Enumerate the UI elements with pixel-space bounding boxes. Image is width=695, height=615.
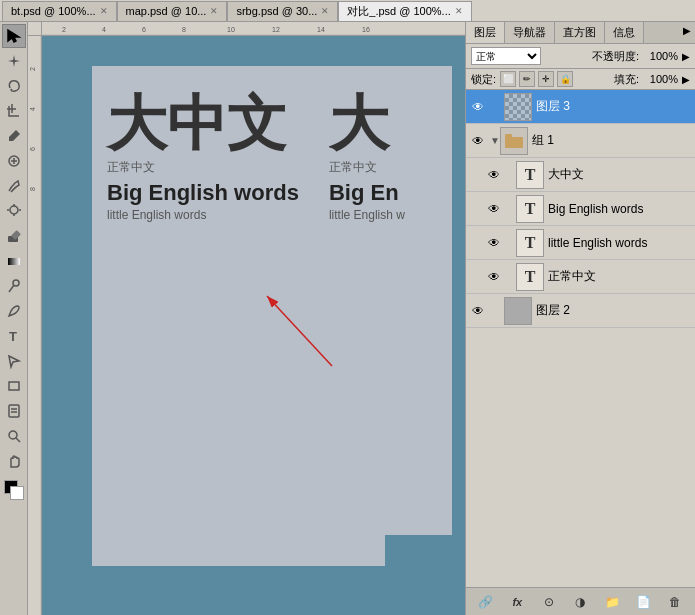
link-layers-btn[interactable]: 🔗 — [476, 592, 496, 612]
layer-item-layer2[interactable]: 👁 图层 2 — [466, 294, 695, 328]
adjustment-btn[interactable]: ◑ — [570, 592, 590, 612]
tab-bt-label: bt.psd @ 100%... — [11, 5, 96, 17]
lasso-tool[interactable] — [2, 74, 26, 98]
tab-bt-close[interactable]: ✕ — [100, 6, 108, 16]
layer-item-en-big[interactable]: 👁 T Big English words — [466, 192, 695, 226]
right-panel: 图层 导航器 直方图 信息 ▶ 正常 不透明度: 100% ▶ — [465, 22, 695, 615]
fill-label: 填充: — [614, 72, 639, 87]
en-big-eye[interactable]: 👁 — [486, 201, 502, 217]
tab-info-label: 信息 — [613, 26, 635, 38]
zoom-tool[interactable] — [2, 424, 26, 448]
blend-mode-select[interactable]: 正常 — [471, 47, 541, 65]
lock-pixel-btn[interactable]: ✏ — [519, 71, 535, 87]
svg-text:10: 10 — [227, 26, 235, 33]
cn-normal-eye[interactable]: 👁 — [486, 269, 502, 285]
tab-navigator[interactable]: 导航器 — [505, 22, 555, 43]
cn-normal-name: 正常中文 — [548, 268, 691, 285]
ruler-left: 2 4 6 8 — [28, 36, 42, 615]
svg-text:4: 4 — [102, 26, 106, 33]
panel-tab-group: 图层 导航器 直方图 信息 — [466, 22, 679, 43]
clone-tool[interactable] — [2, 199, 26, 223]
new-group-btn[interactable]: 📁 — [602, 592, 622, 612]
layer3-name: 图层 3 — [536, 98, 691, 115]
svg-rect-16 — [9, 382, 19, 390]
group1-thumb — [500, 127, 528, 155]
dodge-tool[interactable] — [2, 274, 26, 298]
tab-layers[interactable]: 图层 — [466, 22, 505, 43]
group1-eye[interactable]: 👁 — [470, 133, 486, 149]
arrow-annotation — [242, 266, 362, 386]
hand-tool[interactable] — [2, 449, 26, 473]
path-select-tool[interactable] — [2, 349, 26, 373]
eraser-tool[interactable] — [2, 224, 26, 248]
tab-map-close[interactable]: ✕ — [210, 6, 218, 16]
ruler-top: 2 4 6 8 10 12 14 16 — [42, 22, 465, 36]
svg-line-21 — [16, 438, 20, 442]
layer-item-en-small[interactable]: 👁 T little English words — [466, 226, 695, 260]
fill-arrow[interactable]: ▶ — [682, 74, 690, 85]
panel-tabs: 图层 导航器 直方图 信息 ▶ — [466, 22, 695, 44]
opacity-arrow[interactable]: ▶ — [682, 51, 690, 62]
magic-wand-tool[interactable] — [2, 49, 26, 73]
svg-marker-0 — [8, 30, 19, 42]
cn-big-name: 大中文 — [548, 166, 691, 183]
healing-tool[interactable] — [2, 149, 26, 173]
tab-info[interactable]: 信息 — [605, 22, 644, 43]
group1-expand[interactable]: ▼ — [490, 135, 496, 146]
tab-duibi-label: 对比_.psd @ 100%... — [347, 4, 451, 19]
cn-big-thumb: T — [516, 161, 544, 189]
tab-histogram-label: 直方图 — [563, 26, 596, 38]
layer-item-group1[interactable]: 👁 ▼ 组 1 — [466, 124, 695, 158]
lock-all-btn[interactable]: 🔒 — [557, 71, 573, 87]
shape-tool[interactable] — [2, 374, 26, 398]
tab-srbg-close[interactable]: ✕ — [321, 6, 329, 16]
en-big-thumb: T — [516, 195, 544, 223]
canvas-chinese-big2: 大 — [329, 91, 405, 157]
canvas-chinese-big: 大中文 — [107, 91, 299, 157]
tab-srbg[interactable]: srbg.psd @ 30... ✕ — [227, 1, 338, 21]
fx-btn[interactable]: fx — [507, 592, 527, 612]
color-swatches[interactable] — [2, 478, 26, 502]
svg-text:6: 6 — [142, 26, 146, 33]
panel-bottom: 🔗 fx ⊙ ◑ 📁 📄 🗑 — [466, 587, 695, 615]
tab-bt[interactable]: bt.psd @ 100%... ✕ — [2, 1, 117, 21]
svg-text:12: 12 — [272, 26, 280, 33]
en-small-eye[interactable]: 👁 — [486, 235, 502, 251]
tab-duibi-close[interactable]: ✕ — [455, 6, 463, 16]
new-layer-btn[interactable]: 📄 — [634, 592, 654, 612]
eyedropper-tool[interactable] — [2, 124, 26, 148]
svg-rect-39 — [505, 134, 512, 139]
doc-canvas: 大中文 正常中文 Big English words little Englis… — [42, 36, 465, 615]
gradient-tool[interactable] — [2, 249, 26, 273]
type-tool[interactable]: T — [2, 324, 26, 348]
brush-tool[interactable] — [2, 174, 26, 198]
select-tool[interactable] — [2, 24, 26, 48]
tab-map[interactable]: map.psd @ 10... ✕ — [117, 1, 228, 21]
svg-text:4: 4 — [29, 107, 36, 111]
lock-transparent-btn[interactable]: ⬜ — [500, 71, 516, 87]
layer2-eye[interactable]: 👁 — [470, 303, 486, 319]
layer-item-cn-big[interactable]: 👁 T 大中文 — [466, 158, 695, 192]
lock-icons: ⬜ ✏ ✛ 🔒 — [500, 71, 573, 87]
layer-item-cn-normal[interactable]: 👁 T 正常中文 — [466, 260, 695, 294]
svg-text:T: T — [9, 329, 17, 344]
new-fill-btn[interactable]: ⊙ — [539, 592, 559, 612]
tab-map-label: map.psd @ 10... — [126, 5, 207, 17]
blend-opacity-row: 正常 不透明度: 100% ▶ — [466, 44, 695, 69]
cn-normal-thumb: T — [516, 263, 544, 291]
svg-point-20 — [9, 431, 17, 439]
cn-big-eye[interactable]: 👁 — [486, 167, 502, 183]
pen-tool[interactable] — [2, 299, 26, 323]
layer3-eye[interactable]: 👁 — [470, 99, 486, 115]
delete-layer-btn[interactable]: 🗑 — [665, 592, 685, 612]
notes-tool[interactable] — [2, 399, 26, 423]
lock-label: 锁定: — [471, 72, 496, 87]
tab-histogram[interactable]: 直方图 — [555, 22, 605, 43]
tab-duibi[interactable]: 对比_.psd @ 100%... ✕ — [338, 1, 472, 21]
opacity-value: 100% — [643, 50, 678, 62]
crop-tool[interactable] — [2, 99, 26, 123]
layer-item-layer3[interactable]: 👁 图层 3 — [466, 90, 695, 124]
svg-text:6: 6 — [29, 147, 36, 151]
panel-menu-btn[interactable]: ▶ — [679, 22, 695, 43]
lock-position-btn[interactable]: ✛ — [538, 71, 554, 87]
